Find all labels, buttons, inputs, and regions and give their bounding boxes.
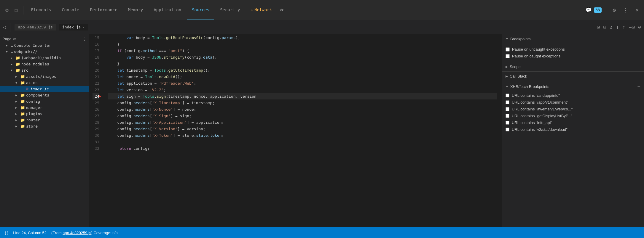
arrow-icon: ▼ [6,50,9,53]
sidebar-item-components[interactable]: ▶ 📁 components [0,92,89,98]
source-file-link[interactable]: app.4e820259.js [63,231,91,235]
sidebar-item-label: router [26,118,40,122]
file-tab-index[interactable]: index.js ✕ [59,24,88,30]
debug-controls: ⊡ ⊟ ↺ ↓ ↑ →⊡ ⊘ [597,24,641,30]
more-sidebar-icon[interactable]: ≫ [13,37,17,41]
divider3 [10,23,10,32]
sidebar-item-axios[interactable]: ▼ 📁 axios [0,80,89,86]
top-toolbar: ⚙ ☐ Elements Console Performance Memory … [0,0,644,20]
close-tab-icon[interactable]: ✕ [83,25,85,29]
code-line: config.headers['X-Token'] = store.state.… [108,132,497,139]
sidebar-item-label: (webpack)/buildin [21,56,61,60]
cloud-icon: ☁ [11,43,13,48]
braces-icon: { } [5,231,8,235]
code-line: var body = Tools.getRoutParamsStr(config… [108,34,497,41]
code-line: config.headers['X-Timestamp'] = timestam… [108,99,497,106]
tab-application[interactable]: Application [149,0,186,20]
sidebar-item-console-importer[interactable]: ▶ ☁ Console Importer [0,42,89,49]
step-out-icon[interactable]: →⊡ [629,24,635,30]
code-line: var body = JSON.stringify(config.data); [108,54,497,60]
xhr-checkbox[interactable] [506,121,509,125]
pause-uncaught-checkbox[interactable] [506,47,510,52]
collapse-arrow-icon: ▶ [506,75,508,78]
arrow-icon: ▶ [15,118,19,122]
more-menu-icon[interactable]: ⋮ [621,6,631,14]
sidebar-item-label: index.js [30,87,49,91]
xhr-section: ▼ XHR/fetch Breakpoints + URL contains "… [502,81,644,133]
sidebar-item-buildin[interactable]: ▶ 📁 (webpack)/buildin [0,55,89,61]
sidebar-item-config[interactable]: ▶ 📁 config [0,98,89,104]
call-stack-section: ▶ Call Stack [502,72,644,81]
arrow-icon: ▶ [11,56,14,60]
folder-icon: 📁 [20,93,25,97]
tab-performance[interactable]: Performance [85,0,122,20]
code-line-24: ➤ let sign = Tools.sign(timestamp, nonce… [108,93,497,99]
go-back-icon[interactable]: ◁ [3,24,6,30]
breakpoints-header[interactable]: ▼ Breakpoints [502,34,644,44]
pause-caught-checkbox[interactable] [506,54,510,58]
toggle-split-icon[interactable]: ⊟ [603,24,606,30]
code-line: config.headers['X-Version'] = version; [108,126,497,132]
pause-uncaught-item: Pause on uncaught exceptions [506,46,640,53]
xhr-checkbox[interactable] [506,107,509,111]
sidebar-item-src[interactable]: ▼ 📁 src [0,67,89,73]
xhr-checkbox[interactable] [506,94,509,97]
xhr-item[interactable]: URL contains "/andapp/info" [502,92,644,99]
divider2 [606,6,606,15]
xhr-checkbox[interactable] [506,100,509,104]
deactivate-icon[interactable]: ⊘ [638,24,641,30]
sidebar-item-manager[interactable]: ▶ 📁 manager [0,104,89,111]
sidebar-item-label: components [26,93,49,97]
code-line: let nonce = Tools.newGuid(); [108,73,497,80]
step-down-icon[interactable]: ↓ [616,24,619,30]
sidebar-item-webpack[interactable]: ▼ ☁ webpack:// [0,49,89,55]
tab-more[interactable]: ≫ [278,0,286,20]
sidebar-item-store[interactable]: ▶ 📁 store [0,123,89,129]
xhr-item[interactable]: URL contains "/app/v1/comment" [502,99,644,106]
collapse-arrow-icon: ▶ [506,65,508,68]
status-bar: { } Line 24, Column 52 (From app.4e82025… [0,227,644,238]
code-editor[interactable]: 15 16 17 18 19 20 21 22 23 24 25 26 27 2… [89,34,502,227]
sidebar-item-plugins[interactable]: ▶ 📁 plugins [0,111,89,117]
xhr-checkbox[interactable] [506,114,509,118]
xhr-url: URL contains "/app/v1/comment" [512,100,568,104]
sidebar-item-router[interactable]: ▶ 📁 router [0,117,89,123]
xhr-checkbox[interactable] [506,128,509,131]
chat-icon: 💬 [586,7,592,13]
warning-icon: ⚠ [251,7,253,12]
arrow-icon: ▶ [15,112,19,115]
arrow-icon: ▼ [11,69,14,72]
xhr-item[interactable]: URL contains "aweme/v1/web/co..." [502,106,644,112]
breakpoints-body: Pause on uncaught exceptions Pause on ca… [502,44,644,62]
file-tab-app[interactable]: app.4e820259.js [15,24,56,30]
sidebar-item-assets[interactable]: ▶ 📁 assets/images [0,73,89,80]
tab-security[interactable]: Security [215,0,245,20]
tab-memory[interactable]: Memory [123,0,148,20]
toggle-sidebar-icon[interactable]: ⊡ [597,24,600,30]
tab-sources[interactable]: Sources [187,0,214,20]
tab-network[interactable]: ⚠ Network [246,0,277,20]
xhr-item[interactable]: URL contains "getDisplayListByP..." [502,112,644,119]
sidebar-item-index-js[interactable]: 🗎 index.js [0,86,89,92]
collapse-arrow-icon: ▼ [506,85,508,88]
sidebar-item-node-modules[interactable]: ▶ 📁 node_modules [0,61,89,67]
line-numbers: 15 16 17 18 19 20 21 22 23 24 25 26 27 2… [89,34,103,227]
breakpoints-section: ▼ Breakpoints Pause on uncaught exceptio… [502,34,644,62]
xhr-item[interactable]: URL contains "v2/stat/download" [502,126,644,133]
device-icon[interactable]: ☐ [12,6,20,14]
call-stack-header[interactable]: ▶ Call Stack [502,72,644,81]
tab-console[interactable]: Console [57,0,84,20]
inspect-icon[interactable]: ⚙ [3,6,11,14]
sidebar-menu-icon[interactable]: ⋮ [82,37,86,41]
step-up-icon[interactable]: ↑ [622,24,625,30]
scope-header[interactable]: ▶ Scope [502,62,644,71]
sidebar-item-label: axios [26,81,38,85]
add-xhr-button[interactable]: + [637,83,640,90]
code-line: } [108,41,497,47]
settings-icon[interactable]: ⚙ [610,6,618,14]
refresh-icon[interactable]: ↺ [610,24,613,30]
xhr-item[interactable]: URL contains "info_api" [502,119,644,126]
close-icon[interactable]: ✕ [633,6,641,14]
tab-elements[interactable]: Elements [26,0,56,20]
second-toolbar: ◁ app.4e820259.js index.js ✕ ⊡ ⊟ ↺ ↓ ↑ →… [0,20,644,34]
